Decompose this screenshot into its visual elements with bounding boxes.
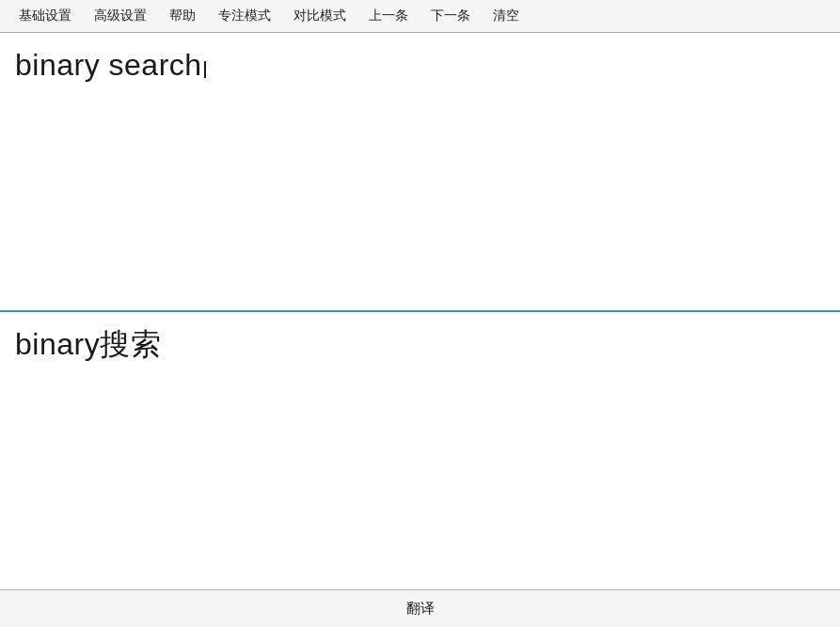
menu-item-clear[interactable]: 清空 bbox=[482, 4, 531, 28]
text-cursor bbox=[204, 61, 206, 78]
bottom-bar: 翻译 bbox=[0, 589, 840, 627]
menu-item-help[interactable]: 帮助 bbox=[158, 4, 207, 28]
menu-bar: 基础设置高级设置帮助专注模式对比模式上一条下一条清空 bbox=[0, 0, 840, 33]
menu-item-prev[interactable]: 上一条 bbox=[357, 4, 420, 28]
menu-item-focus-mode[interactable]: 专注模式 bbox=[207, 4, 282, 28]
menu-item-compare-mode[interactable]: 对比模式 bbox=[282, 4, 357, 28]
source-pane: binary search bbox=[0, 33, 840, 312]
translation-text: binary搜索 bbox=[15, 327, 161, 361]
menu-item-next[interactable]: 下一条 bbox=[420, 4, 482, 28]
menu-item-basic-settings[interactable]: 基础设置 bbox=[8, 4, 83, 28]
source-text: binary search bbox=[15, 48, 202, 82]
translate-button[interactable]: 翻译 bbox=[388, 596, 453, 621]
menu-item-advanced-settings[interactable]: 高级设置 bbox=[83, 4, 158, 28]
translation-pane: binary搜索 bbox=[0, 312, 840, 589]
editor-area: binary search binary搜索 bbox=[0, 33, 840, 589]
